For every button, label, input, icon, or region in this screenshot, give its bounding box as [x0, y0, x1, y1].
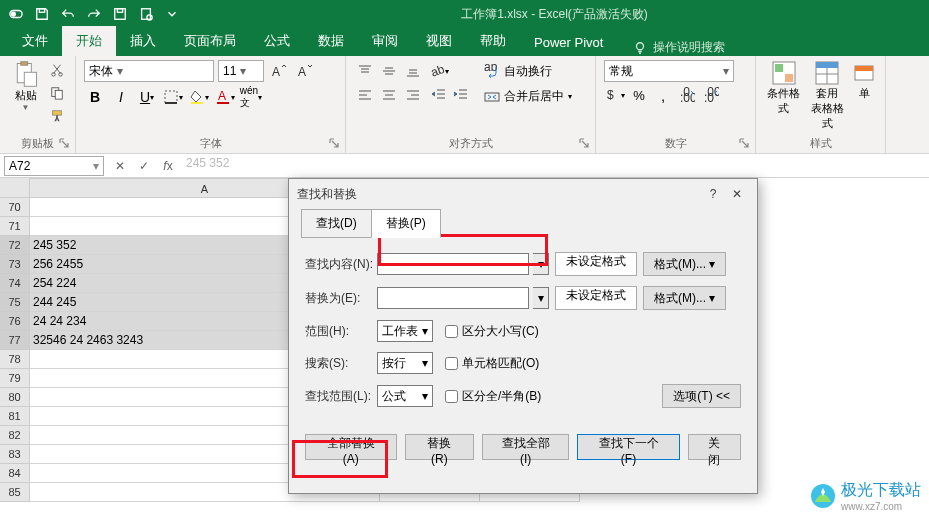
- find-format-button[interactable]: 格式(M)... ▾: [643, 252, 726, 276]
- options-button[interactable]: 选项(T) <<: [662, 384, 741, 408]
- decrease-decimal-icon[interactable]: .00.0: [700, 84, 722, 106]
- tab-review[interactable]: 审阅: [358, 26, 412, 56]
- cut-icon[interactable]: [47, 60, 67, 80]
- increase-decimal-icon[interactable]: .0.00: [676, 84, 698, 106]
- dialog-close-icon[interactable]: ✕: [725, 182, 749, 206]
- format-painter-icon[interactable]: [47, 106, 67, 126]
- bold-icon[interactable]: B: [84, 86, 106, 108]
- redo-icon[interactable]: [82, 2, 106, 26]
- number-launcher-icon[interactable]: [739, 137, 753, 151]
- fill-color-icon[interactable]: ▾: [188, 86, 210, 108]
- row-header[interactable]: 85: [0, 483, 30, 502]
- comma-icon[interactable]: ,: [652, 84, 674, 106]
- row-header[interactable]: 84: [0, 464, 30, 483]
- scope-select[interactable]: 工作表▾: [377, 320, 433, 342]
- border-icon[interactable]: ▾: [162, 86, 184, 108]
- match-case-checkbox[interactable]: 区分大小写(C): [445, 323, 539, 340]
- tab-layout[interactable]: 页面布局: [170, 26, 250, 56]
- tab-file[interactable]: 文件: [8, 26, 62, 56]
- close-button[interactable]: 关闭: [688, 434, 741, 460]
- accounting-format-icon[interactable]: $▾: [604, 84, 626, 106]
- find-all-button[interactable]: 查找全部(I): [482, 434, 569, 460]
- tab-replace[interactable]: 替换(P): [371, 209, 441, 238]
- align-center-icon[interactable]: [378, 84, 400, 106]
- save-as-icon[interactable]: [108, 2, 132, 26]
- row-header[interactable]: 78: [0, 350, 30, 369]
- dialog-help-icon[interactable]: ?: [701, 182, 725, 206]
- row-header[interactable]: 74: [0, 274, 30, 293]
- cancel-formula-icon[interactable]: ✕: [108, 155, 132, 177]
- tell-me-search[interactable]: 操作说明搜索: [633, 39, 725, 56]
- align-right-icon[interactable]: [402, 84, 424, 106]
- replace-dropdown-icon[interactable]: ▾: [533, 287, 549, 309]
- lookin-select[interactable]: 公式▾: [377, 385, 433, 407]
- replace-input[interactable]: [377, 287, 529, 309]
- align-middle-icon[interactable]: [378, 60, 400, 82]
- increase-indent-icon[interactable]: [450, 84, 472, 106]
- print-preview-icon[interactable]: [134, 2, 158, 26]
- name-box[interactable]: A72▾: [4, 156, 104, 176]
- italic-icon[interactable]: I: [110, 86, 132, 108]
- row-header[interactable]: 77: [0, 331, 30, 350]
- enter-formula-icon[interactable]: ✓: [132, 155, 156, 177]
- replace-button[interactable]: 替换(R): [405, 434, 474, 460]
- tab-powerpivot[interactable]: Power Pivot: [520, 29, 617, 56]
- orientation-icon[interactable]: ab▾: [428, 60, 450, 82]
- copy-icon[interactable]: [47, 83, 67, 103]
- row-header[interactable]: 79: [0, 369, 30, 388]
- align-bottom-icon[interactable]: [402, 60, 424, 82]
- replace-all-button[interactable]: 全部替换(A): [305, 434, 397, 460]
- find-next-button[interactable]: 查找下一个(F): [577, 434, 680, 460]
- fx-icon[interactable]: fx: [156, 155, 180, 177]
- autosave-toggle-icon[interactable]: [4, 2, 28, 26]
- tab-find[interactable]: 查找(D): [301, 209, 372, 238]
- qat-dropdown-icon[interactable]: [160, 2, 184, 26]
- tab-insert[interactable]: 插入: [116, 26, 170, 56]
- find-dropdown-icon[interactable]: ▾: [533, 253, 549, 275]
- wrap-text-button[interactable]: ab自动换行: [478, 60, 578, 83]
- match-cell-checkbox[interactable]: 单元格匹配(O): [445, 355, 539, 372]
- row-header[interactable]: 72: [0, 236, 30, 255]
- paste-button[interactable]: 粘贴 ▼: [8, 60, 43, 126]
- row-header[interactable]: 71: [0, 217, 30, 236]
- row-header[interactable]: 73: [0, 255, 30, 274]
- phonetic-icon[interactable]: wén文▾: [240, 86, 262, 108]
- tab-data[interactable]: 数据: [304, 26, 358, 56]
- row-header[interactable]: 70: [0, 198, 30, 217]
- clipboard-launcher-icon[interactable]: [59, 137, 73, 151]
- row-header[interactable]: 81: [0, 407, 30, 426]
- save-icon[interactable]: [30, 2, 54, 26]
- number-format-combo[interactable]: 常规▾: [604, 60, 734, 82]
- row-header[interactable]: 80: [0, 388, 30, 407]
- row-header[interactable]: 75: [0, 293, 30, 312]
- undo-icon[interactable]: [56, 2, 80, 26]
- tab-home[interactable]: 开始: [62, 26, 116, 56]
- font-color-icon[interactable]: A▾: [214, 86, 236, 108]
- merge-center-button[interactable]: 合并后居中▾: [478, 85, 578, 108]
- percent-icon[interactable]: %: [628, 84, 650, 106]
- font-size-combo[interactable]: 11▾: [218, 60, 264, 82]
- underline-icon[interactable]: U▾: [136, 86, 158, 108]
- replace-format-button[interactable]: 格式(M)... ▾: [643, 286, 726, 310]
- decrease-font-icon[interactable]: A: [294, 60, 316, 82]
- row-header[interactable]: 82: [0, 426, 30, 445]
- format-table-button[interactable]: 套用 表格格式: [808, 60, 848, 131]
- conditional-formatting-button[interactable]: 条件格式: [764, 60, 804, 131]
- select-all-corner[interactable]: [0, 178, 30, 198]
- row-header[interactable]: 76: [0, 312, 30, 331]
- row-header[interactable]: 83: [0, 445, 30, 464]
- font-name-combo[interactable]: 宋体▾: [84, 60, 214, 82]
- cell-styles-button[interactable]: 单: [851, 60, 877, 131]
- find-input[interactable]: [377, 253, 529, 275]
- tab-formulas[interactable]: 公式: [250, 26, 304, 56]
- tab-view[interactable]: 视图: [412, 26, 466, 56]
- formula-input[interactable]: 245 352: [180, 156, 929, 176]
- align-top-icon[interactable]: [354, 60, 376, 82]
- decrease-indent-icon[interactable]: [428, 84, 450, 106]
- align-left-icon[interactable]: [354, 84, 376, 106]
- alignment-launcher-icon[interactable]: [579, 137, 593, 151]
- search-select[interactable]: 按行▾: [377, 352, 433, 374]
- match-width-checkbox[interactable]: 区分全/半角(B): [445, 388, 541, 405]
- increase-font-icon[interactable]: A: [268, 60, 290, 82]
- tab-help[interactable]: 帮助: [466, 26, 520, 56]
